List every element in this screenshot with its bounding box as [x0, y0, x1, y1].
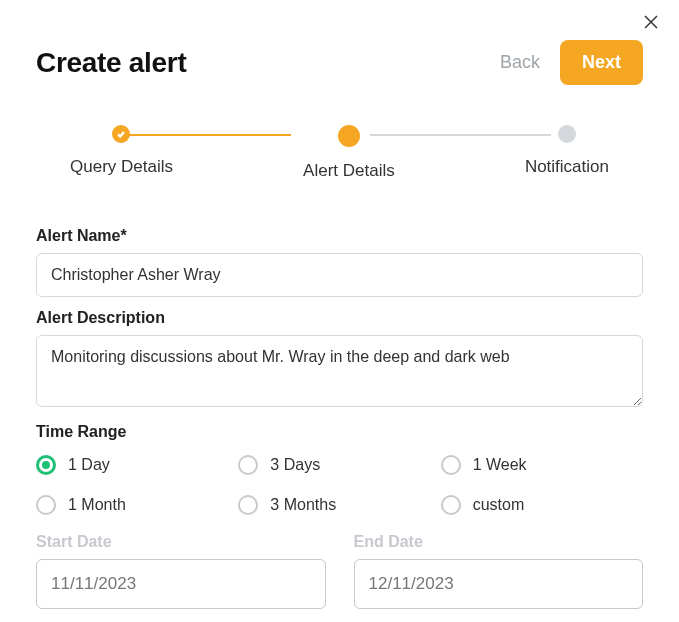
- dialog-header: Create alert Back Next: [0, 0, 679, 85]
- alert-name-label: Alert Name*: [36, 227, 643, 245]
- alert-form: Alert Name* Alert Description Time Range…: [0, 201, 679, 609]
- time-range-field-group: Time Range 1 Day 3 Days 1 Week 1 Month 3…: [36, 423, 643, 515]
- time-range-options: 1 Day 3 Days 1 Week 1 Month 3 Months cus…: [36, 455, 643, 515]
- end-date-label: End Date: [354, 533, 644, 551]
- end-date-field-group: End Date: [354, 533, 644, 609]
- radio-3-months[interactable]: 3 Months: [238, 495, 440, 515]
- next-button[interactable]: Next: [560, 40, 643, 85]
- step-active-dot-icon: [338, 125, 360, 147]
- radio-custom[interactable]: custom: [441, 495, 643, 515]
- progress-stepper: Query Details Alert Details Notification: [0, 85, 679, 201]
- alert-name-field-group: Alert Name*: [36, 227, 643, 297]
- step-pending-dot-icon: [558, 125, 576, 143]
- start-date-field-group: Start Date: [36, 533, 326, 609]
- radio-1-day[interactable]: 1 Day: [36, 455, 238, 475]
- radio-icon: [238, 495, 258, 515]
- radio-icon: [238, 455, 258, 475]
- radio-icon: [36, 495, 56, 515]
- start-date-label: Start Date: [36, 533, 326, 551]
- radio-icon: [441, 495, 461, 515]
- date-range-row: Start Date End Date: [36, 533, 643, 609]
- radio-3-days[interactable]: 3 Days: [238, 455, 440, 475]
- step-alert-details[interactable]: Alert Details: [303, 125, 395, 181]
- radio-label: 1 Month: [68, 496, 126, 514]
- radio-label: 1 Day: [68, 456, 110, 474]
- alert-name-input[interactable]: [36, 253, 643, 297]
- time-range-label: Time Range: [36, 423, 643, 441]
- step-notification[interactable]: Notification: [525, 125, 609, 177]
- step-connector-2: [370, 134, 551, 136]
- radio-label: 3 Months: [270, 496, 336, 514]
- step-label: Query Details: [70, 157, 173, 177]
- close-button[interactable]: [643, 14, 659, 34]
- radio-1-week[interactable]: 1 Week: [441, 455, 643, 475]
- check-icon: [112, 125, 130, 143]
- radio-icon: [441, 455, 461, 475]
- page-title: Create alert: [36, 47, 186, 79]
- radio-1-month[interactable]: 1 Month: [36, 495, 238, 515]
- radio-icon: [36, 455, 56, 475]
- alert-description-field-group: Alert Description: [36, 309, 643, 411]
- radio-label: 3 Days: [270, 456, 320, 474]
- close-icon: [643, 16, 659, 33]
- step-query-details[interactable]: Query Details: [70, 125, 173, 177]
- end-date-input[interactable]: [354, 559, 644, 609]
- header-actions: Back Next: [494, 40, 643, 85]
- alert-description-label: Alert Description: [36, 309, 643, 327]
- start-date-input[interactable]: [36, 559, 326, 609]
- radio-label: 1 Week: [473, 456, 527, 474]
- back-button[interactable]: Back: [494, 44, 546, 81]
- radio-label: custom: [473, 496, 525, 514]
- alert-description-input[interactable]: [36, 335, 643, 407]
- step-label: Notification: [525, 157, 609, 177]
- step-label: Alert Details: [303, 161, 395, 181]
